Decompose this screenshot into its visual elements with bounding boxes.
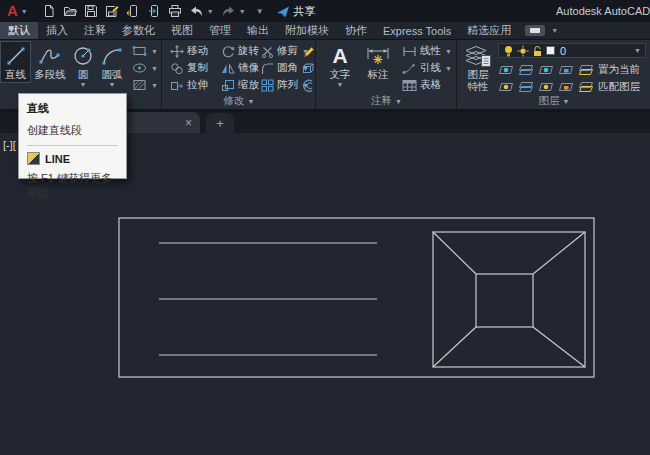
text-dropdown-icon[interactable]: ▼ [337,82,344,88]
modify-panel-label[interactable]: 修改 ▼ [163,94,315,108]
layer-properties-button[interactable]: 图层 特性 [460,42,496,94]
layers-panel-label[interactable]: 图层 ▼ [458,94,650,108]
move-button[interactable]: 移动 [170,43,208,59]
rectangle-button[interactable]: ▼ [132,43,158,59]
dimension-button[interactable]: 标注 [360,42,396,82]
layer-current-icon[interactable] [578,64,594,76]
transfer-button[interactable] [147,4,161,18]
linear-dropdown-icon[interactable]: ▼ [445,48,452,55]
set-current-label[interactable]: 置为当前 [598,63,640,77]
table-button[interactable]: 表格 [402,77,441,93]
layer-freeze-sun-icon [517,45,529,57]
close-tab-icon[interactable]: × [185,117,192,129]
line-command-icon [27,152,40,165]
circle-icon [72,44,94,68]
leader-icon [402,63,417,74]
viewport-controls[interactable]: [-][ [3,139,16,151]
linear-label: 线性 [420,44,441,58]
ribbon-tab-view[interactable]: 视图 [163,22,201,39]
customize-qat-button[interactable]: ▼ [253,7,264,16]
layer-unlock-tool-icon[interactable] [558,81,574,93]
save-as-button[interactable] [105,4,119,18]
polyline-icon [38,44,62,68]
move-icon [170,45,184,58]
layer-select-combo[interactable]: 0 ▼ [498,43,646,58]
ribbon-tab-output[interactable]: 输出 [239,22,277,39]
ribbon-tab-home[interactable]: 默认 [0,22,38,39]
undo-button[interactable]: ▼ [189,5,214,18]
layer-match-icon[interactable] [578,81,594,93]
scale-icon [221,79,235,92]
layer-off-icon[interactable] [498,81,514,93]
arc-dropdown-icon[interactable]: ▼ [109,82,116,88]
circle-button[interactable]: 圆 ▼ [70,42,96,88]
leader-button[interactable]: 引线 ▼ [402,60,452,76]
text-button[interactable]: A 文字 ▼ [325,42,355,88]
ribbon-tab-row: 默认 插入 注释 参数化 视图 管理 输出 附加模块 协作 Express To… [0,22,650,40]
rectangle-dropdown-icon[interactable]: ▼ [151,48,158,55]
tooltip-help-text: 按 F1 键获得更多帮助 [27,171,118,201]
layer-stack-icon[interactable] [518,64,534,76]
ellipse-dropdown-icon[interactable]: ▼ [151,65,158,72]
redo-button[interactable]: ▼ [221,5,246,18]
ribbon-tab-insert[interactable]: 插入 [38,22,76,39]
polyline-button[interactable]: 多段线 [31,42,69,82]
printer-icon [168,4,182,18]
share-label: 共享 [294,4,316,19]
scale-button[interactable]: 缩放 [221,77,259,93]
hatch-button[interactable]: ▼ [132,77,158,93]
erase-button[interactable] [301,43,315,59]
quick-access-toolbar: ▼ ▼ ▼ [42,4,264,18]
arc-button[interactable]: 圆弧 ▼ [97,42,127,88]
line-label: 直线 [5,68,26,82]
app-logo[interactable]: A [7,0,18,22]
copy-button[interactable]: 复制 [170,60,208,76]
match-layer-label[interactable]: 匹配图层 [598,80,640,94]
rotate-button[interactable]: 旋转 [221,43,259,59]
ribbon-tab-collaborate[interactable]: 协作 [337,22,375,39]
new-file-button[interactable] [42,4,56,18]
explode-button[interactable] [301,60,315,76]
hatch-dropdown-icon[interactable]: ▼ [151,82,158,89]
ribbon-tab-parametric[interactable]: 参数化 [114,22,163,39]
stretch-icon [170,79,184,92]
new-tab-button[interactable]: + [206,113,234,133]
circle-dropdown-icon[interactable]: ▼ [80,82,87,88]
ribbon-tab-featured-apps[interactable]: 精选应用 [459,22,519,39]
undo-dropdown-icon[interactable]: ▼ [207,8,214,15]
mirror-button[interactable]: 镜像 [221,60,259,76]
leader-dropdown-icon[interactable]: ▼ [445,65,452,72]
line-command-tooltip: 直线 创建直线段 LINE 按 F1 键获得更多帮助 [18,93,127,179]
layer-combo-dropdown-icon[interactable]: ▼ [634,47,641,54]
app-menu-caret-icon[interactable]: ▼ [21,8,28,15]
plot-button[interactable] [168,4,182,18]
table-label: 表格 [420,78,441,92]
ribbon-toggle-caret-icon[interactable]: ▼ [551,27,558,34]
layer-freeze-icon[interactable] [538,64,554,76]
redo-dropdown-icon[interactable]: ▼ [239,8,246,15]
ribbon-display-toggle[interactable]: ▼ [525,22,558,39]
layer-lock-icon[interactable] [558,64,574,76]
save-button[interactable] [84,4,98,18]
save-to-mobile-button[interactable] [126,4,140,18]
ribbon-tab-addins[interactable]: 附加模块 [277,22,337,39]
erase-pencil-icon [301,45,315,58]
stretch-button[interactable]: 拉伸 [170,77,208,93]
layer-properties-icon [465,44,492,68]
layer-thaw-icon[interactable] [538,81,554,93]
layer-on-icon[interactable] [498,64,514,76]
share-button[interactable]: 共享 [276,4,316,19]
tooltip-divider [27,145,118,146]
line-button[interactable]: 直线 [1,42,30,82]
ellipse-button[interactable]: ▼ [132,60,158,76]
annotation-panel-label[interactable]: 注释 ▼ [317,94,456,108]
fillet-icon [261,62,274,75]
ribbon-tab-annotate[interactable]: 注释 [76,22,114,39]
open-file-button[interactable] [63,4,77,18]
ribbon-tab-manage[interactable]: 管理 [201,22,239,39]
layer-isolate-icon[interactable] [518,81,534,93]
linear-button[interactable]: 线性 ▼ [402,43,452,59]
leader-label: 引线 [420,61,441,75]
offset-button[interactable] [301,77,315,93]
ribbon-tab-express-tools[interactable]: Express Tools [375,22,459,39]
